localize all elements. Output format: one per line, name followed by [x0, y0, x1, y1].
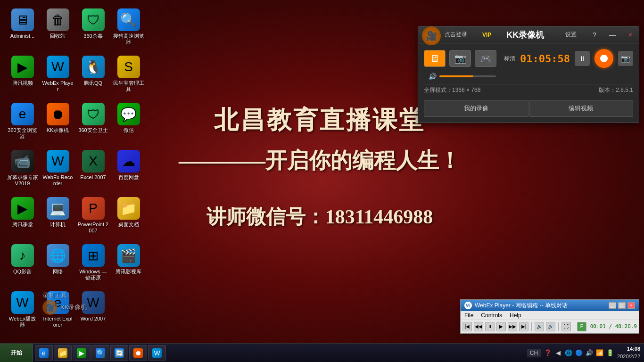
kk-minimize-button[interactable]: —: [608, 31, 617, 39]
desktop-icon-tencent-video[interactable]: ▶ 腾讯视频: [5, 52, 40, 99]
kk-settings-button[interactable]: 设置: [565, 31, 577, 39]
kk-mode-camera-button[interactable]: 📷: [449, 50, 471, 67]
start-button-label: 开始: [11, 349, 22, 357]
webex-menu-file[interactable]: File: [464, 312, 473, 319]
desktop-icon-minshen[interactable]: S 民生宝管理工具: [111, 52, 146, 99]
tray-network-icon[interactable]: 🌐: [564, 349, 573, 357]
desktop-icon-qq-music[interactable]: ♪ QQ影音: [5, 240, 40, 288]
webex-tb-pause-button[interactable]: ⏸: [485, 322, 495, 331]
icon-label-network: 网络: [53, 269, 63, 275]
desktop-icon-360browser[interactable]: e 360安全浏览器: [5, 99, 40, 146]
icon-label-360guard: 360安全卫士: [78, 127, 107, 133]
kk-mode-game-button[interactable]: 🎮: [475, 50, 496, 67]
desktop-icon-network[interactable]: 🌐 网络: [40, 240, 75, 288]
tray-wifi-icon[interactable]: 📶: [595, 349, 604, 357]
taskbar-app-icon-sogou-taskbar: 🔍: [96, 348, 105, 358]
icon-label-webex-player: WebEx Player: [42, 80, 74, 92]
kk-my-recordings-button[interactable]: 我的录像: [424, 100, 528, 117]
kk-help-button[interactable]: ?: [590, 31, 599, 39]
kk-action-buttons: 我的录像 编辑视频: [424, 100, 633, 117]
desktop-icon-desktop-folder[interactable]: 📁 桌面文档: [111, 193, 146, 240]
desktop-icon-windows-restore[interactable]: ⊞ Windows — 键还原: [75, 240, 111, 288]
desktop-icon-recycle[interactable]: 🗑 回收站: [40, 5, 75, 52]
webex-menu-help[interactable]: Help: [510, 312, 521, 319]
tray-battery-icon: 🔋: [606, 349, 614, 357]
desktop-icon-360guard[interactable]: 🛡 360安全卫士: [75, 99, 111, 146]
webex-player-window: W WebEx Player - 网络编程 -- 单线对话 _ □ × File…: [460, 299, 639, 334]
webex-time-display: 00:01 / 48:20.9: [590, 323, 637, 329]
webex-menu-controls[interactable]: Controls: [481, 312, 502, 319]
icon-label-computer: 计算机: [50, 222, 66, 228]
desktop-icon-ppt[interactable]: P PowerPoint 2007: [75, 193, 111, 240]
taskbar-clock[interactable]: 14:08 2020/2/22: [617, 346, 640, 360]
tray-expand-icon[interactable]: ◀: [554, 349, 562, 357]
taskbar-app-tray1[interactable]: 🔄: [110, 345, 128, 361]
kk-version-label: 版本：2.8.5.1: [599, 86, 633, 94]
desktop-icon-webex-recorder[interactable]: W WebEx Recorder: [40, 146, 75, 193]
kk-mode-screen-button[interactable]: 🖥: [424, 50, 446, 67]
tray-question-icon[interactable]: ❓: [544, 349, 552, 357]
webex-tb-prev-button[interactable]: |◀: [462, 322, 472, 331]
desktop-icon-excel[interactable]: X Excel 2007: [75, 146, 111, 193]
webex-tb-play-button[interactable]: ▶: [496, 322, 506, 331]
icon-image-webex-player: W: [47, 56, 69, 78]
desktop-icon-tk-film[interactable]: 🎬 腾讯影视库: [111, 240, 146, 288]
clock-date: 2020/2/22: [617, 353, 640, 360]
taskbar-app-sogou-taskbar[interactable]: 🔍: [91, 345, 109, 361]
kk-screenshot-button[interactable]: 📷: [618, 51, 633, 66]
icon-label-baidu: 百度网盘: [118, 174, 139, 181]
taskbar-app-webex-taskbar[interactable]: W: [148, 345, 166, 361]
desktop: 北昌教育直播课堂 ————开启你的编程人生！ 讲师微信号：18311446988…: [0, 0, 644, 362]
webex-close-button[interactable]: ×: [627, 302, 635, 309]
webex-minimize-button[interactable]: _: [609, 302, 616, 309]
webex-maximize-button[interactable]: □: [618, 302, 626, 309]
kk-watermark: 录制工具 🎥 KK录像机: [42, 291, 87, 315]
webex-tb-panel-button[interactable]: P: [577, 322, 586, 331]
desktop-icon-sogou[interactable]: 🔍 搜狗高速浏览器: [111, 5, 146, 52]
desktop-icon-screen-recorder[interactable]: 📹 屏幕录像专家V2019: [5, 146, 40, 193]
icon-image-kk-recorder: ⏺: [47, 103, 69, 125]
desktop-icon-admin[interactable]: 🖥 Administ...: [5, 5, 40, 52]
icon-image-sogou: 🔍: [117, 8, 140, 31]
start-button[interactable]: 开始: [0, 344, 33, 362]
kk-quality-label: 标清: [504, 55, 515, 63]
tray-volume-icon[interactable]: 🔊: [585, 349, 594, 357]
kk-close-button[interactable]: ×: [626, 31, 635, 39]
webex-separator-3: [574, 322, 574, 331]
icon-image-computer: 💻: [47, 197, 69, 220]
webex-tb-rewind-button[interactable]: ◀◀: [474, 322, 483, 331]
webex-tb-next-button[interactable]: ▶|: [519, 322, 528, 331]
record-indicator: [600, 55, 608, 62]
desktop-icon-wechat[interactable]: 💬 微信: [111, 99, 146, 146]
kk-volume-bar[interactable]: [439, 75, 496, 77]
webex-tb-ff-button[interactable]: ▶▶: [508, 322, 517, 331]
kk-pause-button[interactable]: ⏸: [575, 51, 590, 66]
taskbar-app-media-taskbar[interactable]: ▶: [73, 345, 91, 361]
icon-image-ppt: P: [82, 197, 105, 220]
desktop-icon-baidu[interactable]: ☁ 百度网盘: [111, 146, 146, 193]
webex-tb-fullscreen-button[interactable]: ⛶: [561, 322, 571, 331]
desktop-icon-webex-player[interactable]: W WebEx Player: [40, 52, 75, 99]
icon-image-admin: 🖥: [11, 8, 34, 31]
taskbar-app-explorer-taskbar[interactable]: 📁: [54, 345, 72, 361]
kk-resolution-label: 全屏模式：644 × 362: [424, 86, 480, 94]
kk-record-button[interactable]: [594, 49, 613, 68]
webex-app-icon: W: [464, 302, 472, 309]
desktop-icon-webex-play[interactable]: W WebEx播放器: [5, 288, 40, 335]
webex-tb-vol-down-button[interactable]: 🔉: [535, 322, 544, 331]
taskbar-app-ie-taskbar[interactable]: e: [35, 345, 53, 361]
kk-login-button[interactable]: 点击登录: [445, 31, 467, 39]
input-method-indicator[interactable]: CH: [527, 349, 541, 357]
webex-tb-vol-up-button[interactable]: 🔊: [546, 322, 555, 331]
desktop-icon-kk-recorder[interactable]: ⏺ KK录像机: [40, 99, 75, 146]
desktop-icon-computer[interactable]: 💻 计算机: [40, 193, 75, 240]
desktop-icon-tk-course[interactable]: ▶ 腾讯课堂: [5, 193, 40, 240]
kk-volume-row: 🔊: [424, 73, 633, 80]
icon-image-tk-film: 🎬: [117, 244, 140, 267]
desktop-icon-qq[interactable]: 🐧 腾讯QQ: [75, 52, 111, 99]
taskbar-app-kk-taskbar[interactable]: ⏺: [129, 345, 147, 361]
desktop-icon-360kill[interactable]: 🛡 360杀毒: [75, 5, 111, 52]
kk-titlebar: 🎥 点击登录 VIP KK录像机 设置 ? — ×: [418, 26, 639, 43]
kk-edit-video-button[interactable]: 编辑视频: [529, 100, 634, 117]
icon-label-minshen: 民生宝管理工具: [113, 80, 144, 92]
